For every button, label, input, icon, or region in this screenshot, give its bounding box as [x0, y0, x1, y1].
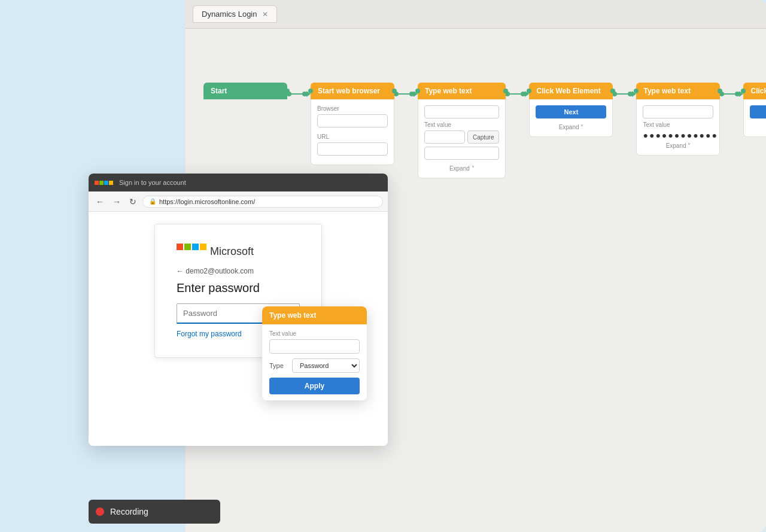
- node-start-web-browser: Start web browser Browser Chrome URL htt…: [311, 83, 394, 165]
- popup-type-row: Type Password: [269, 358, 360, 373]
- dot-left-2: [415, 89, 420, 93]
- popup-password-input[interactable]: ●●●●●●●●●●●: [269, 339, 360, 354]
- c5-line: [724, 93, 735, 95]
- ms-sq-lg-blue: [192, 244, 199, 250]
- ms-logo-row: Microsoft: [177, 244, 300, 259]
- c2-line: [398, 93, 410, 95]
- popup-type-label: Type: [269, 362, 288, 369]
- address-text: https://login.microsoftonline.com/: [159, 198, 255, 205]
- ms-sq-lg-yellow: [200, 244, 206, 250]
- ms-sq-lg-red: [177, 244, 183, 250]
- expand-4[interactable]: Expand ˅: [643, 140, 713, 149]
- expand-1[interactable]: Expand ˅: [424, 163, 499, 172]
- c4-line: [616, 93, 628, 95]
- next-button[interactable]: Next: [536, 105, 606, 118]
- popup-header: Type web text: [262, 306, 367, 324]
- url-input[interactable]: https://leapwork-: [317, 142, 388, 156]
- recording-dot-icon: [96, 507, 104, 516]
- ms-logo-titlebar: [95, 181, 113, 185]
- ms-sq-blue: [104, 181, 108, 185]
- url-label: URL: [317, 133, 388, 140]
- node-click-web-element-1-body: Next Expand ˅: [529, 99, 613, 137]
- connector-dot-right: [285, 89, 290, 93]
- dot-left-5: [741, 89, 746, 93]
- expand-3[interactable]: Expand ˅: [536, 121, 606, 130]
- dot-right-3: [610, 89, 615, 93]
- node-click-web-element-1-label: Click Web Element: [536, 87, 600, 95]
- node-type-web-text-1-header[interactable]: Type web text: [418, 83, 506, 99]
- email-display: claus@leapwork.com: [424, 147, 499, 163]
- browser-content: Microsoft ← demo2@outlook.com Enter pass…: [89, 212, 388, 446]
- node-click-web-element-1-header[interactable]: Click Web Element: [529, 83, 613, 99]
- field-placeholder-2[interactable]: Password: [643, 105, 713, 118]
- node-type-web-text-1-body: Email, Phone or Skype Text value claus@l…: [418, 99, 506, 178]
- ms-sq-yellow: [109, 181, 113, 185]
- c3-line: [509, 93, 521, 95]
- popup-text-value-label: Text value: [269, 330, 360, 337]
- ms-sq-red: [95, 181, 99, 185]
- lock-icon: 🔒: [149, 198, 156, 205]
- tab-bar: Dynamics Login ✕: [186, 0, 766, 29]
- popup-body: Text value ●●●●●●●●●●● Type Password App…: [262, 324, 367, 400]
- node-type-web-text-1: Type web text Email, Phone or Skype Text…: [418, 83, 506, 178]
- dot-left-1: [308, 89, 313, 93]
- tab-label: Dynamics Login: [202, 10, 257, 19]
- node-type-web-text-2-header[interactable]: Type web text: [636, 83, 720, 99]
- email-value-input[interactable]: claus@leapwork.com: [424, 130, 465, 144]
- password-dots-display: ●●●●●●●●●●●●: [643, 130, 713, 140]
- type-web-text-popup: Type web text Text value ●●●●●●●●●●● Typ…: [262, 306, 367, 400]
- refresh-button[interactable]: ↻: [127, 196, 139, 208]
- ms-brand-text: Microsoft: [210, 245, 254, 258]
- sign-in-button[interactable]: Sign in: [750, 105, 766, 118]
- browser-input[interactable]: Chrome: [317, 114, 388, 127]
- text-value-row-1: claus@leapwork.com Capture: [424, 130, 499, 144]
- browser-nav: ← → ↻ 🔒 https://login.microsoftonline.co…: [89, 191, 388, 212]
- forward-button[interactable]: →: [110, 196, 123, 208]
- node-type-web-text-2: Type web text Password Text value ●●●●●●…: [636, 83, 720, 156]
- connector-1: [287, 91, 311, 97]
- node-click-web-element-2-body: Sign in Expand ˅: [743, 99, 766, 137]
- ms-logo-large: [177, 244, 206, 250]
- dot-right-2: [503, 89, 508, 93]
- node-type-web-text-2-label: Type web text: [643, 87, 690, 95]
- connector-2: [394, 91, 418, 97]
- node-type-web-text-1-label: Type web text: [425, 87, 472, 95]
- connector-3: [506, 91, 529, 97]
- back-button[interactable]: ←: [93, 196, 107, 208]
- ms-sq-green: [99, 181, 104, 185]
- node-click-web-element-2-header[interactable]: Click Web Eleme…: [743, 83, 766, 99]
- node-click-web-element-1: Click Web Element Next Expand ˅: [529, 83, 613, 137]
- workflow-tab[interactable]: Dynamics Login ✕: [193, 5, 277, 23]
- browser-window: Sign in to your account ← → ↻ 🔒 https://…: [89, 174, 388, 446]
- node-start-web-browser-label: Start web browser: [318, 87, 380, 95]
- field-placeholder-1[interactable]: Email, Phone or Skype: [424, 105, 499, 118]
- browser-select-row: Chrome: [317, 114, 388, 130]
- dot-left-3: [527, 89, 531, 93]
- browser-label: Browser: [317, 105, 388, 112]
- connector-line: [291, 93, 303, 95]
- email-input[interactable]: claus@leapwork.com: [424, 147, 499, 160]
- capture-button-1[interactable]: Capture: [467, 130, 500, 144]
- nodes-row: Start Start web browser Browser: [203, 83, 766, 178]
- expand-5[interactable]: Expand ˅: [750, 121, 766, 130]
- text-value-label-2: Text value: [643, 121, 713, 128]
- dot-right-1: [392, 89, 397, 93]
- connector-4: [613, 91, 636, 97]
- dot-left-4: [634, 89, 639, 93]
- node-start: Start: [203, 83, 287, 99]
- node-start-web-browser-body: Browser Chrome URL https://leapwork-: [311, 99, 394, 165]
- tab-close-icon[interactable]: ✕: [262, 10, 268, 19]
- browser-titlebar-text: Sign in to your account: [119, 179, 186, 186]
- browser-titlebar: Sign in to your account: [89, 174, 388, 191]
- apply-button[interactable]: Apply: [269, 378, 360, 394]
- node-click-web-element-2: Click Web Eleme… Sign in Expand ˅: [743, 83, 766, 137]
- node-start-label: Start: [211, 87, 227, 95]
- popup-type-select[interactable]: Password: [292, 358, 360, 373]
- connector-5: [720, 91, 743, 97]
- recording-label: Recording: [110, 507, 148, 516]
- back-email: ← demo2@outlook.com: [177, 267, 300, 275]
- node-start-web-browser-header[interactable]: Start web browser: [311, 83, 394, 99]
- recording-bar: Recording: [89, 500, 220, 524]
- node-start-header[interactable]: Start: [203, 83, 287, 99]
- address-bar[interactable]: 🔒 https://login.microsoftonline.com/: [142, 196, 383, 208]
